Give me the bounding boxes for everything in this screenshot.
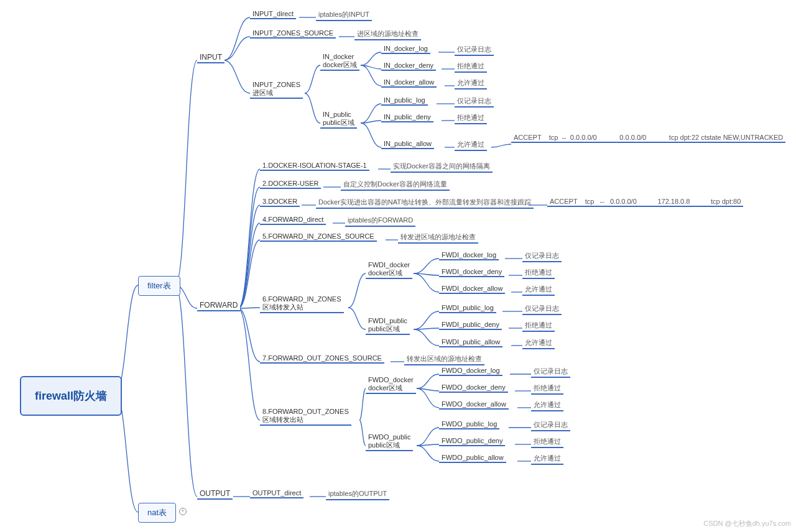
in-public-log[interactable]: IN_public_log	[381, 96, 428, 106]
input-zones[interactable]: INPUT_ZONES 进区域	[250, 81, 303, 99]
in-docker-allow[interactable]: IN_docker_allow	[381, 78, 437, 88]
in-public[interactable]: IN_public public区域	[320, 111, 357, 129]
in-docker-log-desc: 仅记录日志	[455, 45, 494, 56]
fwdi-public-allow-desc: 允许通过	[522, 338, 555, 349]
in-public-log-desc: 仅记录日志	[455, 96, 494, 108]
fwdi-public-log-desc: 仅记录日志	[522, 304, 562, 315]
f-forward-direct[interactable]: 4.FORWARD_direct	[260, 216, 326, 225]
fwdo-docker-log[interactable]: FWDO_docker_log	[439, 367, 502, 376]
fwdo-docker-label: FWDO_docker	[368, 376, 414, 383]
f-out-zones[interactable]: 8.FORWARD_OUT_ZONES 区域转发出站	[260, 408, 351, 426]
in-docker[interactable]: IN_docker docker区域	[320, 53, 359, 71]
fwdi-docker-log[interactable]: FWDI_docker_log	[439, 251, 499, 260]
fwdo-docker-deny-desc: 拒绝通过	[531, 383, 563, 395]
root-node[interactable]: firewall防火墙	[20, 376, 122, 416]
fwdo-docker-allow[interactable]: FWDO_docker_allow	[439, 400, 509, 410]
fwdi-public-allow[interactable]: FWDI_public_allow	[439, 338, 502, 347]
fwdi-public-sub: public区域	[368, 324, 407, 334]
f-out-zones-sub: 区域转发出站	[262, 415, 349, 424]
fwdo-docker-log-desc: 仅记录日志	[531, 367, 570, 378]
fwdo-public-allow-desc: 允许通过	[531, 454, 563, 465]
fwdi-docker[interactable]: FWDI_docker docker区域	[366, 261, 412, 279]
in-public-sub: public区域	[323, 118, 354, 127]
f-in-zones-label: 6.FORWARD_IN_ZONES	[262, 295, 341, 303]
input-zones-label: INPUT_ZONES	[252, 81, 300, 88]
fwdo-public[interactable]: FWDO_public public区域	[366, 433, 413, 451]
fwdo-public-log-desc: 仅记录日志	[531, 420, 570, 431]
nat-table-node[interactable]: nat表	[138, 503, 176, 523]
in-public-deny[interactable]: IN_public_deny	[381, 113, 433, 122]
forward-node[interactable]: FORWARD	[197, 301, 240, 311]
f-docker-isolation-desc: 实现Docker容器之间的网络隔离	[391, 162, 493, 173]
fwdo-public-allow[interactable]: FWDO_public_allow	[439, 454, 506, 463]
rule-accept-80: ACCEPT tcp -- 0.0.0.0/0 172.18.0.8 tcp d…	[547, 198, 743, 207]
f-docker-isolation[interactable]: 1.DOCKER-ISOLATION-STAGE-1	[260, 162, 369, 171]
in-docker-allow-desc: 允许通过	[455, 78, 487, 89]
fwdo-docker[interactable]: FWDO_docker docker区域	[366, 376, 416, 394]
fwdi-public-deny-desc: 拒绝通过	[522, 321, 555, 332]
fwdi-docker-log-desc: 仅记录日志	[522, 251, 562, 262]
f-docker[interactable]: 3.DOCKER	[260, 198, 300, 207]
f-out-zones-label: 8.FORWARD_OUT_ZONES	[262, 408, 349, 415]
f-in-zones-sub: 区域转发入站	[262, 303, 341, 312]
fwdi-public-log[interactable]: FWDI_public_log	[439, 304, 496, 313]
f-in-zones-source-desc: 转发进区域的源地址检查	[398, 232, 478, 244]
input-zones-source[interactable]: INPUT_ZONES_SOURCE	[250, 29, 336, 39]
fwdi-docker-allow[interactable]: FWDI_docker_allow	[439, 285, 505, 294]
input-direct-desc: iptables的INPUT	[316, 10, 372, 21]
f-docker-desc: Docker实现进出容器的NAT地址转换、外部流量转发到容器和连接跟踪	[316, 198, 534, 209]
fwdo-public-log[interactable]: FWDO_public_log	[439, 420, 499, 429]
in-public-deny-desc: 拒绝通过	[455, 113, 487, 124]
fwdi-public[interactable]: FWDI_public public区域	[366, 317, 410, 335]
input-direct[interactable]: INPUT_direct	[250, 10, 296, 19]
in-docker-sub: docker区域	[323, 60, 357, 70]
in-public-allow[interactable]: IN_public_allow	[381, 140, 434, 149]
fwdo-public-sub: public区域	[368, 441, 410, 450]
output-direct-desc: iptables的OUTPUT	[326, 489, 389, 500]
fwdi-public-deny[interactable]: FWDI_public_deny	[439, 321, 502, 330]
fwdi-docker-deny[interactable]: FWDI_docker_deny	[439, 268, 504, 277]
expand-icon[interactable]: +	[179, 508, 187, 515]
input-node[interactable]: INPUT	[197, 53, 224, 63]
fwdo-public-deny-desc: 拒绝通过	[531, 437, 563, 448]
in-docker-log[interactable]: IN_docker_log	[381, 45, 430, 54]
f-docker-user-desc: 自定义控制Docker容器的网络流量	[341, 180, 450, 191]
fwdo-docker-deny[interactable]: FWDO_docker_deny	[439, 383, 508, 393]
rule-accept-22: ACCEPT tcp -- 0.0.0.0/0 0.0.0.0/0 tcp dp…	[511, 134, 785, 143]
in-public-allow-desc: 允许通过	[455, 140, 487, 151]
fwdi-docker-label: FWDI_docker	[368, 261, 410, 268]
f-in-zones[interactable]: 6.FORWARD_IN_ZONES 区域转发入站	[260, 295, 344, 313]
input-zones-source-desc: 进区域的源地址检查	[354, 29, 421, 40]
fwdo-public-label: FWDO_public	[368, 433, 410, 441]
fwdi-public-label: FWDI_public	[368, 317, 407, 324]
in-docker-deny[interactable]: IN_docker_deny	[381, 62, 436, 71]
f-out-zones-source-desc: 转发出区域的源地址检查	[404, 354, 484, 365]
fwdi-docker-sub: docker区域	[368, 268, 410, 278]
fwdi-docker-deny-desc: 拒绝通过	[522, 268, 555, 279]
output-direct[interactable]: OUTPUT_direct	[250, 489, 303, 498]
f-in-zones-source[interactable]: 5.FORWARD_IN_ZONES_SOURCE	[260, 232, 377, 242]
fwdi-docker-allow-desc: 允许通过	[522, 285, 555, 296]
input-zones-sub: 进区域	[252, 88, 300, 98]
in-public-label: IN_public	[323, 111, 354, 118]
f-out-zones-source[interactable]: 7.FORWARD_OUT_ZONES_SOURCE	[260, 354, 384, 364]
filter-table-node[interactable]: filter表	[138, 276, 180, 296]
in-docker-label: IN_docker	[323, 53, 357, 60]
fwdo-docker-sub: docker区域	[368, 383, 414, 393]
output-node[interactable]: OUTPUT	[197, 489, 233, 500]
fwdo-public-deny[interactable]: FWDO_public_deny	[439, 437, 505, 446]
f-docker-user[interactable]: 2.DOCKER-USER	[260, 180, 321, 189]
watermark: CSDN @七秒鱼dh.yu7s.com	[703, 519, 791, 528]
fwdo-docker-allow-desc: 允许通过	[531, 400, 563, 411]
in-docker-deny-desc: 拒绝通过	[455, 62, 487, 73]
f-forward-direct-desc: iptables的FORWARD	[345, 216, 415, 227]
